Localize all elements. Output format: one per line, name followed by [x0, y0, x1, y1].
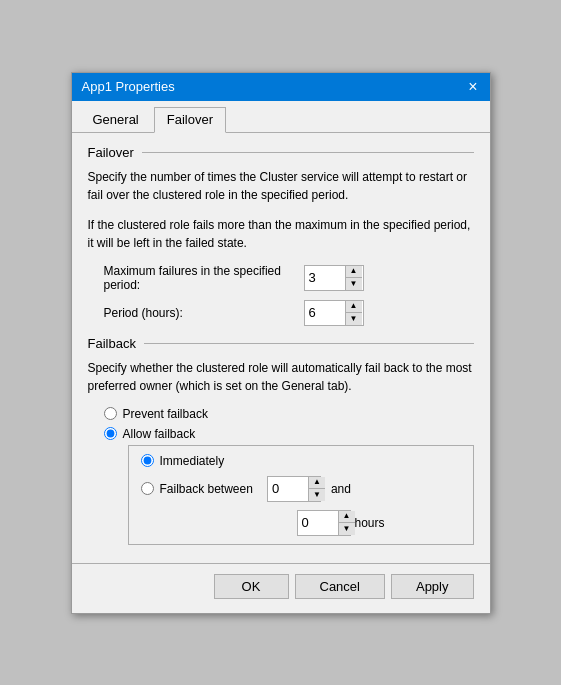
- between-to-up[interactable]: ▲: [339, 511, 355, 523]
- failback-section-title: Failback: [88, 336, 136, 351]
- prevent-failback-row: Prevent failback: [104, 407, 474, 421]
- between-to-input[interactable]: [298, 511, 338, 535]
- max-failures-down[interactable]: ▼: [346, 278, 362, 290]
- max-failures-label: Maximum failures in the specified period…: [104, 264, 304, 292]
- prevent-failback-radio[interactable]: [104, 407, 117, 420]
- between-label: Failback between: [160, 482, 253, 496]
- between-to-spinner: ▲ ▼: [297, 510, 351, 536]
- dialog-window: App1 Properties × General Failover Failo…: [71, 72, 491, 614]
- between-from-down[interactable]: ▼: [309, 489, 325, 501]
- tab-bar: General Failover: [72, 101, 490, 133]
- max-failures-spin-buttons: ▲ ▼: [345, 266, 362, 290]
- period-row: Period (hours): ▲ ▼: [88, 300, 474, 326]
- ok-button[interactable]: OK: [214, 574, 289, 599]
- apply-button[interactable]: Apply: [391, 574, 474, 599]
- failback-desc: Specify whether the clustered role will …: [88, 359, 474, 395]
- prevent-failback-label: Prevent failback: [123, 407, 208, 421]
- period-up[interactable]: ▲: [346, 301, 362, 313]
- failover-desc2: If the clustered role fails more than th…: [88, 216, 474, 252]
- max-failures-row: Maximum failures in the specified period…: [88, 264, 474, 292]
- tab-failover[interactable]: Failover: [154, 107, 226, 133]
- between-radio[interactable]: [141, 482, 154, 495]
- allow-failback-radio[interactable]: [104, 427, 117, 440]
- max-failures-up[interactable]: ▲: [346, 266, 362, 278]
- and-label: and: [331, 482, 351, 496]
- hours-label: hours: [355, 516, 385, 530]
- period-down[interactable]: ▼: [346, 313, 362, 325]
- allow-failback-box: Immediately Failback between ▲ ▼: [128, 445, 474, 545]
- cancel-button[interactable]: Cancel: [295, 574, 385, 599]
- immediately-label: Immediately: [160, 454, 225, 468]
- max-failures-spinner: ▲ ▼: [304, 265, 364, 291]
- between-from-spin-buttons: ▲ ▼: [308, 477, 325, 501]
- dialog-title: App1 Properties: [82, 79, 175, 94]
- period-label: Period (hours):: [104, 306, 304, 320]
- between-from-up[interactable]: ▲: [309, 477, 325, 489]
- between-to-row: ▲ ▼ hours: [297, 510, 461, 536]
- failover-section-title: Failover: [88, 145, 134, 160]
- between-to-spin-buttons: ▲ ▼: [338, 511, 355, 535]
- between-from-input[interactable]: [268, 477, 308, 501]
- failover-section-line: [142, 152, 474, 153]
- failback-section-line: [144, 343, 474, 344]
- failback-radio-group: Prevent failback Allow failback Immediat…: [88, 407, 474, 545]
- immediately-radio[interactable]: [141, 454, 154, 467]
- allow-failback-label: Allow failback: [123, 427, 196, 441]
- allow-failback-radio-row: Allow failback: [104, 427, 474, 441]
- between-row: Failback between ▲ ▼ and: [141, 476, 461, 502]
- failover-desc1: Specify the number of times the Cluster …: [88, 168, 474, 204]
- between-from-spinner: ▲ ▼: [267, 476, 321, 502]
- failover-section-header: Failover: [88, 145, 474, 160]
- title-bar: App1 Properties ×: [72, 73, 490, 101]
- tab-general[interactable]: General: [80, 107, 152, 132]
- dialog-footer: OK Cancel Apply: [72, 563, 490, 613]
- close-button[interactable]: ×: [466, 79, 479, 95]
- immediately-row: Immediately: [141, 454, 461, 468]
- tab-content: Failover Specify the number of times the…: [72, 133, 490, 563]
- period-input[interactable]: [305, 301, 345, 325]
- max-failures-input[interactable]: [305, 266, 345, 290]
- between-to-down[interactable]: ▼: [339, 523, 355, 535]
- allow-failback-section: Allow failback Immediately Failback betw…: [104, 427, 474, 545]
- period-spinner: ▲ ▼: [304, 300, 364, 326]
- failback-section-header: Failback: [88, 336, 474, 351]
- period-spin-buttons: ▲ ▼: [345, 301, 362, 325]
